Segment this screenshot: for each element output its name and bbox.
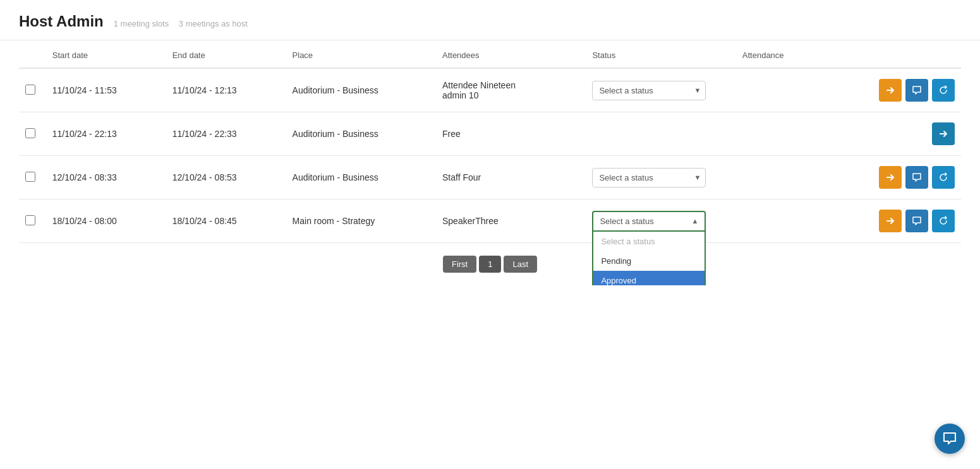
row3-start-date: 12/10/24 - 08:33 bbox=[46, 156, 166, 199]
row4-action-buttons bbox=[832, 210, 955, 232]
row4-status-value: Select a status bbox=[600, 217, 653, 226]
table-row: 11/10/24 - 22:13 11/10/24 - 22:33 Audito… bbox=[19, 112, 961, 156]
row1-status-cell: Select a status Pending Approved Cancele… bbox=[586, 68, 735, 112]
row2-forward-button[interactable] bbox=[932, 122, 955, 145]
row2-checkbox-cell bbox=[19, 112, 46, 156]
forward-icon bbox=[885, 172, 895, 182]
refresh-icon bbox=[938, 216, 948, 226]
row1-actions bbox=[826, 68, 961, 112]
row1-forward-button[interactable] bbox=[879, 79, 902, 102]
row3-checkbox-cell bbox=[19, 156, 46, 199]
row1-end-date: 11/10/24 - 12:13 bbox=[166, 68, 286, 112]
row3-actions bbox=[826, 156, 961, 199]
meetings-table: Start date End date Place Attendees Stat… bbox=[19, 40, 961, 243]
table-container: Start date End date Place Attendees Stat… bbox=[0, 40, 980, 285]
table-row: 18/10/24 - 08:00 18/10/24 - 08:45 Main r… bbox=[19, 199, 961, 243]
row2-end-date: 11/10/24 - 22:33 bbox=[166, 112, 286, 156]
table-row: 12/10/24 - 08:33 12/10/24 - 08:53 Audito… bbox=[19, 156, 961, 199]
row4-status-cell: Select a status ▲ Select a status Pendin… bbox=[586, 199, 735, 243]
row4-status-select-display[interactable]: Select a status ▲ bbox=[592, 211, 706, 232]
header-attendance: Attendance bbox=[736, 40, 826, 68]
pagination-first-button[interactable]: First bbox=[443, 256, 476, 273]
row3-status-select[interactable]: Select a status Pending Approved Cancele… bbox=[592, 168, 706, 187]
row2-action-buttons bbox=[832, 122, 955, 145]
header-start-date: Start date bbox=[46, 40, 166, 68]
row2-checkbox[interactable] bbox=[25, 128, 35, 138]
header-attendees: Attendees bbox=[436, 40, 586, 68]
chat-icon bbox=[912, 85, 922, 95]
row1-status-select[interactable]: Select a status Pending Approved Cancele… bbox=[592, 81, 706, 100]
chat-icon bbox=[912, 172, 922, 182]
refresh-icon bbox=[938, 172, 948, 182]
row2-attendees: Free bbox=[436, 112, 586, 156]
row1-refresh-button[interactable] bbox=[932, 79, 955, 102]
forward-icon bbox=[885, 216, 895, 226]
page-header: Host Admin 1 meeting slots 3 meetings as… bbox=[0, 0, 980, 40]
row3-status-select-wrapper: Select a status Pending Approved Cancele… bbox=[592, 168, 706, 187]
row4-dropdown-list: Select a status Pending Approved Cancele… bbox=[592, 232, 706, 286]
row1-place: Auditorium - Business bbox=[286, 68, 436, 112]
row2-attendance bbox=[736, 112, 826, 156]
row4-start-date: 18/10/24 - 08:00 bbox=[46, 199, 166, 243]
row4-attendees: SpeakerThree bbox=[436, 199, 586, 243]
row4-chat-button[interactable] bbox=[905, 210, 928, 232]
forward-icon bbox=[885, 85, 895, 95]
dropdown-item-pending[interactable]: Pending bbox=[593, 251, 705, 271]
dropdown-item-placeholder[interactable]: Select a status bbox=[593, 232, 705, 251]
row3-refresh-button[interactable] bbox=[932, 166, 955, 189]
row3-attendees: Staff Four bbox=[436, 156, 586, 199]
row1-checkbox-cell bbox=[19, 68, 46, 112]
row1-attendance bbox=[736, 68, 826, 112]
header-end-date: End date bbox=[166, 40, 286, 68]
header-checkbox-cell bbox=[19, 40, 46, 68]
row4-dropdown-arrow-icon: ▲ bbox=[692, 217, 699, 225]
refresh-icon bbox=[938, 85, 948, 95]
row2-actions bbox=[826, 112, 961, 156]
chat-icon bbox=[912, 216, 922, 226]
row4-status-dropdown: Select a status ▲ Select a status Pendin… bbox=[592, 211, 706, 232]
row3-checkbox[interactable] bbox=[25, 172, 35, 182]
row2-status-cell bbox=[586, 112, 735, 156]
pagination-page-1-button[interactable]: 1 bbox=[479, 256, 501, 273]
table-header-row: Start date End date Place Attendees Stat… bbox=[19, 40, 961, 68]
row4-place: Main room - Strategy bbox=[286, 199, 436, 243]
row4-refresh-button[interactable] bbox=[932, 210, 955, 232]
header-actions bbox=[826, 40, 961, 68]
row4-attendance bbox=[736, 199, 826, 243]
row4-checkbox-cell bbox=[19, 199, 46, 243]
row1-status-select-wrapper: Select a status Pending Approved Cancele… bbox=[592, 81, 706, 100]
table-row: 11/10/24 - 11:53 11/10/24 - 12:13 Audito… bbox=[19, 68, 961, 112]
row3-chat-button[interactable] bbox=[905, 166, 928, 189]
forward-icon bbox=[938, 129, 948, 139]
row4-checkbox[interactable] bbox=[25, 215, 35, 225]
row1-action-buttons bbox=[832, 79, 955, 102]
row1-checkbox[interactable] bbox=[25, 85, 35, 95]
pagination: First 1 Last bbox=[19, 243, 961, 285]
page-subtitle: 1 meeting slots 3 meetings as host bbox=[114, 19, 255, 28]
row3-action-buttons bbox=[832, 166, 955, 189]
row3-place: Auditorium - Business bbox=[286, 156, 436, 199]
row3-status-cell: Select a status Pending Approved Cancele… bbox=[586, 156, 735, 199]
row4-actions bbox=[826, 199, 961, 243]
row4-forward-button[interactable] bbox=[879, 210, 902, 232]
row1-start-date: 11/10/24 - 11:53 bbox=[46, 68, 166, 112]
dropdown-item-approved[interactable]: Approved bbox=[593, 271, 705, 286]
row2-place: Auditorium - Business bbox=[286, 112, 436, 156]
header-place: Place bbox=[286, 40, 436, 68]
row4-end-date: 18/10/24 - 08:45 bbox=[166, 199, 286, 243]
page-title: Host Admin bbox=[19, 13, 104, 30]
row1-chat-button[interactable] bbox=[905, 79, 928, 102]
row3-forward-button[interactable] bbox=[879, 166, 902, 189]
row3-end-date: 12/10/24 - 08:53 bbox=[166, 156, 286, 199]
row3-attendance bbox=[736, 156, 826, 199]
row1-attendees: Attendee Nineteenadmin 10 bbox=[436, 68, 586, 112]
header-status: Status bbox=[586, 40, 735, 68]
pagination-last-button[interactable]: Last bbox=[504, 256, 537, 273]
row2-start-date: 11/10/24 - 22:13 bbox=[46, 112, 166, 156]
